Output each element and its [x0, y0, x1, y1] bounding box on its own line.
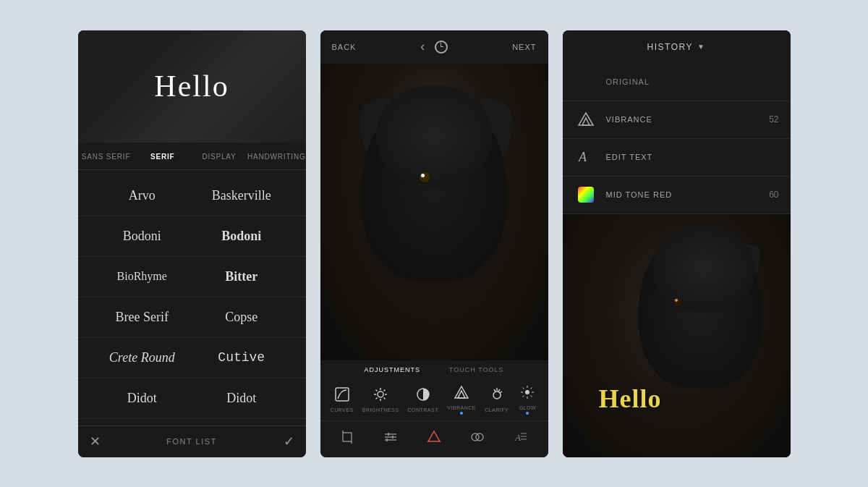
font-crete[interactable]: Crete Round: [93, 350, 192, 365]
glow-icon: [517, 382, 537, 402]
midtonered-history-value: 60: [769, 190, 778, 200]
font-cutive[interactable]: Cutive: [192, 350, 292, 365]
svg-line-23: [523, 387, 524, 389]
history-item-original[interactable]: ORIGINAL: [563, 64, 791, 101]
adjustment-tabs: ADJUSTMENTS TOUCH TOOLS: [320, 366, 548, 373]
history-label: HISTORY: [647, 42, 693, 52]
tab-adjustments[interactable]: ADJUSTMENTS: [364, 366, 420, 373]
svg-point-1: [378, 391, 383, 397]
svg-marker-11: [455, 386, 468, 398]
font-panel: Hello SANS SERIF SERIF DISPLAY HANDWRITI…: [78, 30, 306, 457]
svg-line-14: [498, 389, 500, 391]
svg-line-26: [523, 395, 524, 397]
contrast-tool[interactable]: CONTRAST: [407, 384, 438, 412]
glow-tool[interactable]: GLOW: [517, 382, 537, 415]
levels-icon[interactable]: [379, 425, 402, 449]
svg-line-9: [376, 397, 378, 399]
dog-eye: [420, 172, 430, 182]
dog-photo: [320, 64, 548, 360]
font-copse[interactable]: Copse: [192, 310, 292, 325]
clarify-tool[interactable]: CLARIFY: [485, 384, 509, 412]
vibrance-history-label: VIBRANCE: [606, 115, 770, 124]
history-item-midtonered[interactable]: MID TONE RED 60: [563, 177, 791, 214]
midtonered-history-icon: [574, 183, 597, 206]
check-icon[interactable]: ✓: [284, 433, 294, 449]
font-baskerville[interactable]: Baskerville: [192, 188, 292, 203]
glow-label: GLOW: [519, 405, 536, 410]
text-edit-icon[interactable]: A: [509, 425, 532, 449]
chevron-left-icon[interactable]: ‹: [420, 39, 425, 54]
brightness-tool[interactable]: BRIGHTNESS: [362, 384, 399, 412]
font-bottom-bar: ✕ FONT LIST ✓: [78, 425, 306, 457]
crop-icon[interactable]: [336, 425, 359, 449]
vibrance-tool[interactable]: VIBRANCE: [447, 382, 476, 415]
photo-image-area: [320, 64, 548, 360]
list-item[interactable]: Crete Round Cutive: [78, 338, 306, 378]
font-bree[interactable]: Bree Serif: [93, 310, 192, 325]
history-item-edittext[interactable]: A EDIT TEXT: [563, 139, 791, 177]
vibrance-icon: [451, 382, 472, 402]
dropdown-arrow-icon: ▼: [697, 43, 705, 51]
svg-line-24: [531, 395, 532, 397]
tab-sans-serif[interactable]: SANS SERIF: [78, 150, 135, 164]
curves-tool[interactable]: CURVES: [331, 384, 354, 412]
dog-head: [376, 85, 492, 187]
tab-serif[interactable]: SERIF: [135, 150, 191, 164]
contrast-icon: [413, 384, 433, 405]
svg-text:A: A: [514, 432, 521, 443]
adjustments-panel: ADJUSTMENTS TOUCH TOOLS CURVES BRIGHTNES…: [320, 360, 548, 457]
svg-point-18: [525, 390, 529, 394]
hist-dog-eye: [673, 297, 682, 306]
svg-marker-44: [582, 118, 590, 125]
font-didot-light[interactable]: Didot: [93, 391, 192, 406]
history-dog-photo: Hello: [563, 214, 791, 457]
history-title[interactable]: HISTORY ▼: [647, 42, 706, 52]
color-icon[interactable]: [422, 425, 446, 449]
font-arvo[interactable]: Arvo: [93, 188, 192, 203]
edittext-history-icon: A: [574, 145, 597, 169]
preview-text: Hello: [154, 69, 229, 103]
font-preview-area: Hello: [78, 30, 306, 143]
font-didot-bold[interactable]: Didot: [192, 391, 292, 406]
svg-line-7: [384, 397, 386, 399]
vibrance-label: VIBRANCE: [447, 405, 476, 410]
tab-touch-tools[interactable]: TOUCH TOOLS: [449, 366, 504, 373]
bottom-tools-row: A: [320, 420, 548, 454]
tab-handwriting[interactable]: HANDWRITING: [247, 150, 305, 164]
svg-line-17: [494, 389, 495, 391]
history-photo-area: Hello: [563, 214, 791, 457]
photo-editor-panel: BACK ‹ NEXT ADJUSTMENTS TOUCH TOOLS: [320, 30, 548, 457]
font-bodoni-light[interactable]: Bodoni: [93, 229, 192, 244]
glow-active-dot: [526, 412, 529, 415]
svg-rect-27: [343, 433, 352, 441]
brightness-label: BRIGHTNESS: [362, 407, 399, 412]
vibrance-history-icon: [574, 108, 597, 131]
back-button[interactable]: BACK: [332, 43, 357, 51]
history-panel: HISTORY ▼ ORIGINAL VIBRANCE 52 A EDIT TE…: [563, 30, 791, 457]
photo-topbar: BACK ‹ NEXT: [320, 30, 548, 64]
edittext-history-label: EDIT TEXT: [606, 153, 779, 161]
history-icon[interactable]: [435, 41, 448, 54]
font-bitter[interactable]: Bitter: [192, 269, 292, 284]
list-item[interactable]: Bree Serif Copse: [78, 297, 306, 338]
svg-rect-0: [336, 388, 349, 401]
original-icon: [574, 70, 597, 93]
svg-marker-36: [428, 431, 440, 441]
brightness-icon: [370, 384, 391, 405]
blend-icon[interactable]: [466, 425, 489, 449]
list-item[interactable]: BioRhyme Bitter: [78, 257, 306, 297]
font-bodoni-bold[interactable]: Bodoni: [192, 229, 292, 244]
close-icon[interactable]: ✕: [90, 433, 101, 449]
font-category-tabs: SANS SERIF SERIF DISPLAY HANDWRITING: [78, 143, 306, 170]
list-item[interactable]: Didot Didot: [78, 378, 306, 419]
hist-dog-head: [653, 225, 754, 312]
tab-display[interactable]: DISPLAY: [191, 150, 247, 164]
clarify-icon: [487, 384, 507, 405]
history-item-vibrance[interactable]: VIBRANCE 52: [563, 101, 791, 139]
next-button[interactable]: NEXT: [512, 43, 536, 51]
font-biorhyme[interactable]: BioRhyme: [93, 270, 192, 283]
list-item[interactable]: Arvo Baskerville: [78, 176, 306, 216]
vibrance-active-dot: [460, 412, 463, 415]
list-item[interactable]: Bodoni Bodoni: [78, 216, 306, 257]
midtonered-history-label: MID TONE RED: [606, 190, 770, 199]
